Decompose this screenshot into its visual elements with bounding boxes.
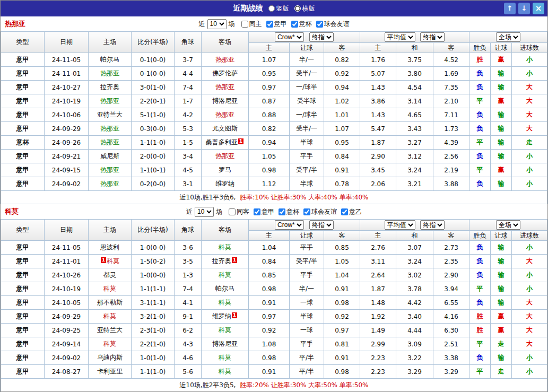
checkbox-input[interactable] xyxy=(266,21,273,28)
avg-draw-cell: 4.42 xyxy=(396,296,433,310)
match-row: 意甲24-09-14科莫2-2(1-0)4-3博洛尼亚1.08平手0.812.9… xyxy=(1,337,547,351)
euro-avg-select[interactable]: 平均值 xyxy=(385,32,415,42)
league-type-cell: 意甲 xyxy=(1,67,45,81)
odds-handicap-cell: 一球 xyxy=(290,296,324,310)
filter-checkboxes: 同主意甲意杯球会友谊 xyxy=(237,20,350,29)
match-row: 意甲24-08-27卡利亚里1-1(1-0)5-6科莫0.91平/半0.982.… xyxy=(1,365,547,379)
odds-home-cell: 0.94 xyxy=(249,136,290,150)
corners-cell: 7-4 xyxy=(175,81,202,94)
layout-radio-vertical[interactable]: 竖版 xyxy=(268,4,289,13)
odds-stage-select[interactable]: 终指 xyxy=(309,32,334,42)
checkbox-input[interactable] xyxy=(291,21,298,28)
away-team-cell: 尤文图斯 xyxy=(202,122,249,136)
date-cell: 24-09-25 xyxy=(45,324,89,337)
score-cell: 3-2(1-0) xyxy=(132,310,175,324)
goals-result-cell: 小 xyxy=(512,177,547,191)
team-name-text: 博洛尼亚 xyxy=(212,97,238,104)
avg-away-cell: 3.38 xyxy=(433,351,469,365)
filter-checkbox[interactable]: 意甲 xyxy=(266,20,287,29)
scope-select[interactable]: 全场 xyxy=(496,220,520,230)
scope-select[interactable]: 全场 xyxy=(496,32,520,42)
odds-home-cell: 0.95 xyxy=(249,67,290,81)
euro-stage-select[interactable]: 终指 xyxy=(420,32,445,42)
score-cell: 1-1(1-0) xyxy=(132,136,175,150)
avg-draw-cell: 3.29 xyxy=(396,365,433,379)
handicap-result-cell: 输 xyxy=(491,136,512,150)
score-cell: 2-2(1-0) xyxy=(132,337,175,351)
odds-company-select[interactable]: Crow* xyxy=(275,220,304,230)
move-up-button[interactable]: ↑ xyxy=(504,3,516,14)
avg-home-cell: 1.43 xyxy=(360,81,396,94)
checkbox-input[interactable] xyxy=(303,208,310,215)
handicap-result-cell: 走 xyxy=(491,337,512,351)
score-cell: 1-5(0-2) xyxy=(132,255,175,268)
filter-checkbox[interactable]: 球会友谊 xyxy=(316,20,350,29)
odds-company-select[interactable]: Crow* xyxy=(275,32,304,42)
team-name-text: 卡利亚里 xyxy=(97,368,123,375)
result-cell: 负 xyxy=(469,296,491,310)
corners-cell: 3-6 xyxy=(175,241,202,255)
home-team-cell: 都灵 xyxy=(89,268,132,282)
filter-checkboxes: 同客意甲意杯球会友谊意乙 xyxy=(224,207,362,216)
match-count-select[interactable]: 10 xyxy=(207,19,227,29)
odds-away-cell: 0.91 xyxy=(324,163,360,177)
handicap-result-cell: 输 xyxy=(491,282,512,296)
filter-checkbox[interactable]: 意甲 xyxy=(254,207,274,216)
odds-home-cell: 0.85 xyxy=(249,268,290,282)
checkbox-input[interactable] xyxy=(229,208,236,215)
scope-header: 全场 xyxy=(469,220,547,231)
result-cell: 平 xyxy=(469,337,491,351)
avg-away-cell: 1.69 xyxy=(433,67,469,81)
checkbox-input[interactable] xyxy=(241,21,248,28)
checkbox-input[interactable] xyxy=(316,21,323,28)
close-icon[interactable]: × xyxy=(533,3,544,14)
vertical-radio-input[interactable] xyxy=(268,5,275,12)
summary-rates: 胜率:10% 让胜率:30% 大率:40% 单率:40% xyxy=(240,194,368,201)
date-cell: 24-09-14 xyxy=(45,337,89,351)
layout-radio-horizontal[interactable]: 横版 xyxy=(294,4,315,13)
filter-checkbox[interactable]: 意杯 xyxy=(291,20,312,29)
corners-cell: 6-2 xyxy=(175,324,202,337)
filter-checkbox[interactable]: 意杯 xyxy=(279,207,299,216)
horizontal-radio-input[interactable] xyxy=(294,5,301,12)
handicap-result-cell: 输 xyxy=(491,122,512,136)
checkbox-input[interactable] xyxy=(279,208,285,215)
odds-away-cell: 0.98 xyxy=(324,296,360,310)
near-label: 近 xyxy=(199,20,205,29)
euro-stage-select[interactable]: 终指 xyxy=(420,220,445,230)
filter-bar: 近 10 场 同主意甲意杯球会友谊 xyxy=(199,19,350,29)
summary-rates: 胜率:20% 让胜率:30% 大率:50% 单率:50% xyxy=(240,381,368,389)
team-name-text: 科莫 xyxy=(219,243,231,251)
sub-col-avg-home: 主 xyxy=(360,231,396,241)
filter-checkbox[interactable]: 意乙 xyxy=(341,207,362,216)
home-team-cell: 热那亚 xyxy=(89,177,132,191)
checkbox-label: 球会友谊 xyxy=(311,207,337,216)
home-team-cell: 热那亚 xyxy=(89,163,132,177)
checkbox-input[interactable] xyxy=(254,208,260,215)
col-date: 日期 xyxy=(45,220,89,241)
league-type-cell: 意甲 xyxy=(1,122,45,136)
league-type-cell: 意甲 xyxy=(1,282,45,296)
date-cell: 24-11-05 xyxy=(45,241,89,255)
match-count-select[interactable]: 10 xyxy=(195,207,214,217)
odds-home-cell: 0.98 xyxy=(249,351,290,365)
filter-checkbox[interactable]: 同客 xyxy=(229,207,249,216)
filter-checkbox[interactable]: 球会友谊 xyxy=(303,207,337,216)
euro-avg-select[interactable]: 平均值 xyxy=(385,220,415,230)
home-team-cell: 热那亚 xyxy=(89,94,132,108)
checkbox-input[interactable] xyxy=(341,208,348,215)
filter-checkbox[interactable]: 同主 xyxy=(241,20,262,29)
move-down-button[interactable]: ↓ xyxy=(518,3,530,14)
odds-away-cell: 1.05 xyxy=(324,255,360,268)
odds-stage-select[interactable]: 终指 xyxy=(309,220,334,230)
team-name-text: 拉齐奥 xyxy=(212,257,231,265)
away-team-cell: 热那亚 xyxy=(202,81,249,94)
avg-away-cell: 2.51 xyxy=(433,337,469,351)
sub-col-result: 胜负 xyxy=(469,43,491,53)
match-row: 意甲24-11-05恩波利1-0(0-0)3-6科莫1.04平手0.852.76… xyxy=(1,241,547,255)
score-cell: 1-1(1-0) xyxy=(132,365,175,379)
league-type-cell: 意甲 xyxy=(1,177,45,191)
match-row: 意甲24-11-01热那亚0-1(0-0)4-4佛罗伦萨0.95受半/一0.92… xyxy=(1,67,547,81)
euro-odds-header: 平均值 终指 xyxy=(360,220,469,231)
team-section-como: 科莫 近 10 场 同客意甲意杯球会友谊意乙 类型 日期 主场 比分(半场) xyxy=(1,204,547,392)
